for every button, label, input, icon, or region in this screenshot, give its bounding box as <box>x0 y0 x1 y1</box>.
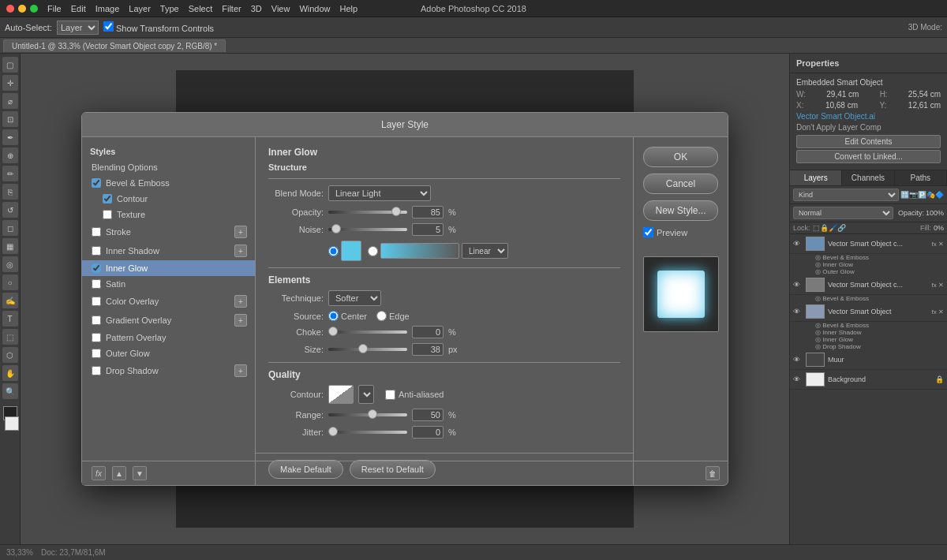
menu-type[interactable]: Type <box>160 4 179 13</box>
tool-eyedrop[interactable]: ✒ <box>2 129 18 145</box>
sidebar-item-color-overlay[interactable]: Color Overlay + <box>82 292 255 311</box>
technique-select[interactable]: Softer Precise <box>328 290 381 306</box>
sidebar-item-stroke[interactable]: Stroke + <box>82 222 255 241</box>
gradient-swatch[interactable] <box>380 243 459 259</box>
tool-zoom[interactable]: 🔍 <box>2 383 18 399</box>
contour-checkbox[interactable] <box>103 194 112 203</box>
source-edge-radio[interactable] <box>376 311 387 321</box>
texture-checkbox[interactable] <box>103 210 112 219</box>
menu-select[interactable]: Select <box>189 4 213 13</box>
tool-move[interactable]: ✛ <box>2 75 18 91</box>
document-tab[interactable]: Untitled-1 @ 33,3% (Vector Smart Object … <box>3 39 226 52</box>
sidebar-item-satin[interactable]: Satin <box>82 276 255 292</box>
inner-shadow-add-button[interactable]: + <box>234 245 247 257</box>
list-item[interactable]: 👁 Muur <box>790 350 947 370</box>
fx-icon[interactable]: fx <box>92 466 106 480</box>
preview-checkbox[interactable] <box>643 227 653 237</box>
tool-crop[interactable]: ⊡ <box>2 111 18 127</box>
list-item[interactable]: 👁 Vector Smart Object c... fx ✕ <box>790 275 947 295</box>
solid-color-radio[interactable] <box>328 246 339 256</box>
sidebar-item-drop-shadow[interactable]: Drop Shadow + <box>82 361 255 380</box>
stroke-add-button[interactable]: + <box>234 226 247 238</box>
source-center-label[interactable]: Center <box>328 311 367 321</box>
tool-gradient[interactable]: ▦ <box>2 238 18 254</box>
tool-type[interactable]: T <box>2 311 18 327</box>
sidebar-item-inner-shadow[interactable]: Inner Shadow + <box>82 241 255 260</box>
edit-contents-button[interactable]: Edit Contents <box>796 135 941 148</box>
paths-tab[interactable]: Paths <box>895 170 947 185</box>
minimize-button[interactable] <box>18 5 26 13</box>
satin-checkbox[interactable] <box>92 279 101 289</box>
tool-eraser[interactable]: ◻ <box>2 220 18 236</box>
down-icon[interactable]: ▼ <box>133 466 147 480</box>
size-slider-track[interactable] <box>328 348 407 351</box>
inner-shadow-checkbox[interactable] <box>92 246 101 256</box>
jitter-input[interactable] <box>412 426 444 439</box>
menu-file[interactable]: File <box>47 4 62 13</box>
opacity-slider-track[interactable] <box>328 211 407 214</box>
tool-shape[interactable]: ⬡ <box>2 347 18 363</box>
list-item[interactable]: 👁 Background 🔒 <box>790 370 947 390</box>
tool-clone[interactable]: ⎘ <box>2 184 18 200</box>
delete-icon[interactable]: 🗑 <box>706 466 720 480</box>
color-overlay-checkbox[interactable] <box>92 297 101 306</box>
sidebar-item-gradient-overlay[interactable]: Gradient Overlay + <box>82 311 255 330</box>
range-slider-track[interactable] <box>328 413 407 416</box>
drop-shadow-add-button[interactable]: + <box>234 364 247 377</box>
color-swatch[interactable] <box>341 241 361 261</box>
opacity-slider-thumb[interactable] <box>391 207 401 216</box>
sidebar-item-texture[interactable]: Texture <box>82 207 255 222</box>
tool-blur[interactable]: ◎ <box>2 256 18 272</box>
menu-view[interactable]: View <box>271 4 290 13</box>
eye-icon[interactable]: 👁 <box>793 356 803 364</box>
jitter-slider-track[interactable] <box>328 431 407 434</box>
sidebar-item-outer-glow[interactable]: Outer Glow <box>82 345 255 361</box>
menu-image[interactable]: Image <box>95 4 120 13</box>
gradient-type-select[interactable]: Linear Radial <box>462 243 508 259</box>
blend-mode-select[interactable]: Linear Light Normal Multiply Screen Over… <box>328 185 431 201</box>
contour-select[interactable] <box>358 385 374 404</box>
tool-history[interactable]: ↺ <box>2 202 18 218</box>
tool-hand[interactable]: ✋ <box>2 365 18 381</box>
menu-filter[interactable]: Filter <box>222 4 241 13</box>
pattern-overlay-checkbox[interactable] <box>92 333 101 342</box>
tool-path[interactable]: ⬚ <box>2 329 18 345</box>
color-overlay-add-button[interactable]: + <box>234 295 247 308</box>
source-edge-label[interactable]: Edge <box>376 311 410 321</box>
convert-linked-button[interactable]: Convert to Linked... <box>796 150 941 163</box>
noise-slider-thumb[interactable] <box>331 224 341 233</box>
channels-tab[interactable]: Channels <box>842 170 894 185</box>
tool-pen[interactable]: ✍ <box>2 293 18 308</box>
sidebar-item-blending-options[interactable]: Blending Options <box>82 159 255 175</box>
bevel-emboss-checkbox[interactable] <box>92 178 101 188</box>
stroke-checkbox[interactable] <box>92 227 101 237</box>
sidebar-item-pattern-overlay[interactable]: Pattern Overlay <box>82 330 255 345</box>
drop-shadow-checkbox[interactable] <box>92 366 101 375</box>
gradient-overlay-checkbox[interactable] <box>92 315 101 325</box>
eye-icon[interactable]: 👁 <box>793 375 803 383</box>
noise-slider-track[interactable] <box>328 228 407 231</box>
eye-icon[interactable]: 👁 <box>793 308 803 315</box>
noise-input[interactable] <box>412 223 444 236</box>
jitter-slider-thumb[interactable] <box>328 427 338 436</box>
contour-thumbnail[interactable] <box>328 385 354 404</box>
cancel-button[interactable]: Cancel <box>643 174 718 194</box>
maximize-button[interactable] <box>30 5 38 13</box>
layer-blend-mode[interactable]: Normal <box>793 207 893 219</box>
close-button[interactable] <box>6 5 14 13</box>
background-color[interactable] <box>5 416 19 431</box>
sidebar-item-inner-glow[interactable]: Inner Glow <box>82 260 255 276</box>
inner-glow-checkbox[interactable] <box>92 263 101 273</box>
auto-select-dropdown[interactable]: Layer Group <box>57 21 99 35</box>
source-center-radio[interactable] <box>328 311 339 321</box>
tool-heal[interactable]: ⊕ <box>2 147 18 163</box>
choke-slider-track[interactable] <box>328 330 407 334</box>
range-slider-thumb[interactable] <box>368 409 377 419</box>
menu-layer[interactable]: Layer <box>129 4 151 13</box>
outer-glow-checkbox[interactable] <box>92 349 101 358</box>
menu-edit[interactable]: Edit <box>71 4 86 13</box>
choke-input[interactable] <box>412 326 444 338</box>
menu-window[interactable]: Window <box>299 4 330 13</box>
opacity-input[interactable] <box>412 206 444 218</box>
show-transform-checkbox[interactable] <box>103 21 114 32</box>
